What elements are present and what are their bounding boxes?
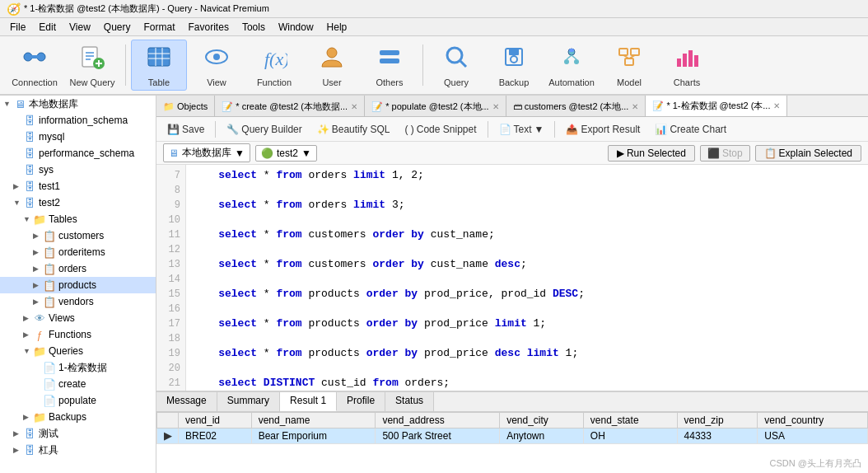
q3-label: populate: [58, 395, 96, 406]
toolbar-backup[interactable]: Backup: [486, 40, 542, 91]
sidebar-root[interactable]: ▼ 🖥 本地数据库: [0, 96, 156, 112]
sys-db-icon: 🗄: [23, 163, 36, 176]
toolbar-sep-1: [125, 44, 126, 86]
svg-point-25: [511, 56, 517, 63]
q1-icon: 📄: [43, 361, 56, 374]
sidebar-item-sys[interactable]: 🗄 sys: [0, 162, 156, 178]
sidebar-item-query1[interactable]: 📄 1-检索数据: [0, 359, 156, 376]
sql-editor[interactable]: 7891011121314151617181920212223 select *…: [156, 165, 868, 391]
sidebar-item-functions[interactable]: ▶ ƒ Functions: [0, 326, 156, 343]
orders-arrow: ▶: [33, 265, 43, 273]
db2-dropdown[interactable]: 🟢 test2 ▼: [255, 145, 317, 162]
sidebar-item-products[interactable]: ▶ 📋 products: [0, 277, 156, 293]
sidebar-item-orders[interactable]: ▶ 📋 orders: [0, 260, 156, 277]
tab-create[interactable]: 📝 * create @test2 (本地数据... ✕: [215, 96, 365, 117]
test1-arrow: ▶: [13, 182, 23, 190]
result-tab-status[interactable]: Status: [385, 392, 434, 411]
new-query-label: New Query: [69, 77, 114, 87]
menu-format[interactable]: Format: [138, 20, 182, 35]
menu-favorites[interactable]: Favorites: [182, 20, 236, 35]
result-tab-result1[interactable]: Result 1: [280, 392, 337, 411]
sidebar-item-query-create[interactable]: 📄 create: [0, 376, 156, 392]
sidebar-item-information-schema[interactable]: 🗄 information_schema: [0, 112, 156, 129]
sidebar-item-test1[interactable]: ▶ 🗄 test1: [0, 178, 156, 194]
save-button[interactable]: 💾 Save: [161, 122, 210, 137]
result-tab-message[interactable]: Message: [156, 392, 217, 411]
sidebar-item-ceshi[interactable]: ▶ 🗄 测试: [0, 425, 156, 442]
customers-tab-close[interactable]: ✕: [632, 102, 638, 111]
sidebar-item-test2[interactable]: ▼ 🗄 test2: [0, 194, 156, 211]
root-arrow: ▼: [3, 100, 13, 108]
sidebar-item-queries[interactable]: ▼ 📁 Queries: [0, 343, 156, 359]
function-icon: f(x): [261, 44, 287, 76]
run-selected-button[interactable]: ▶ Run Selected: [608, 145, 695, 162]
tab-create-label: * create @test2 (本地数据...: [236, 101, 348, 113]
toolbar-charts[interactable]: Charts: [659, 40, 715, 91]
menu-view[interactable]: View: [63, 20, 97, 35]
svg-rect-34: [625, 59, 633, 65]
create-tab-close[interactable]: ✕: [351, 102, 357, 111]
explain-button[interactable]: 📋 Explain Selected: [755, 145, 861, 162]
toolbar-others[interactable]: Others: [362, 40, 418, 91]
toolbar-connection[interactable]: Connection: [7, 40, 63, 91]
sidebar-item-performance-schema[interactable]: 🗄 performance_schema: [0, 145, 156, 162]
sidebar-item-query-populate[interactable]: 📄 populate: [0, 392, 156, 409]
db1-dropdown[interactable]: 🖥 本地数据库 ▼: [163, 143, 250, 162]
table-icon: [146, 44, 172, 76]
sidebar-item-views[interactable]: ▶ 👁 Views: [0, 310, 156, 326]
populate-tab-close[interactable]: ✕: [492, 102, 499, 111]
toolbar-model[interactable]: Model: [601, 40, 657, 91]
menu-tools[interactable]: Tools: [236, 20, 272, 35]
export-result-button[interactable]: 📤 Export Result: [560, 122, 646, 137]
toolbar-user[interactable]: User: [304, 40, 360, 91]
menu-query[interactable]: Query: [97, 20, 138, 35]
tab-customers[interactable]: 🗃 customers @test2 (本地... ✕: [506, 96, 646, 117]
stop-button[interactable]: ⬛ Stop: [700, 145, 750, 162]
query-builder-button[interactable]: 🔧 Query Builder: [221, 122, 307, 137]
mysql-label: mysql: [39, 131, 64, 143]
beautify-sql-button[interactable]: ✨ Beautify SQL: [311, 122, 396, 137]
toolbar-function[interactable]: f(x) Function: [246, 40, 302, 91]
sidebar-item-orderitems[interactable]: ▶ 📋 orderitems: [0, 244, 156, 260]
qtb-sep-1: [215, 121, 216, 138]
vendors-table-icon: 📋: [43, 295, 56, 308]
menu-window[interactable]: Window: [272, 20, 320, 35]
sidebar-item-chaju[interactable]: ▶ 🗄 杠具: [0, 442, 156, 458]
menu-file[interactable]: File: [3, 20, 32, 35]
run-label: Run Selected: [627, 148, 686, 159]
sidebar-item-customers[interactable]: ▶ 📋 customers: [0, 227, 156, 244]
sql-line-16: [193, 302, 861, 316]
sidebar-item-backups[interactable]: ▶ 📁 Backups: [0, 409, 156, 425]
main-query-tab-icon: 📝: [652, 101, 664, 111]
text-button[interactable]: 📄 Text ▼: [493, 122, 550, 137]
sidebar-item-vendors[interactable]: ▶ 📋 vendors: [0, 293, 156, 310]
sql-content[interactable]: select * from orders limit 1, 2; select …: [186, 165, 868, 391]
tab-populate[interactable]: 📝 * populate @test2 (本地... ✕: [365, 96, 506, 117]
watermark: CSDN @头上有月亮凸: [770, 457, 861, 470]
sidebar-item-mysql[interactable]: 🗄 mysql: [0, 129, 156, 145]
result-tab-profile[interactable]: Profile: [337, 392, 385, 411]
toolbar-query[interactable]: Query: [428, 40, 484, 91]
test2-db-icon: 🗄: [23, 196, 36, 209]
tab-main-query[interactable]: 📝 * 1-检索数据 @test2 (本... ✕: [646, 96, 787, 117]
info-db-icon: 🗄: [23, 114, 36, 127]
sql-line-12: [193, 242, 861, 257]
sidebar-item-tables[interactable]: ▼ 📁 Tables: [0, 211, 156, 227]
toolbar-view[interactable]: View: [189, 40, 245, 91]
sql-line-10: [193, 213, 861, 227]
code-snippet-button[interactable]: ( ) Code Snippet: [399, 122, 482, 137]
tab-objects[interactable]: 📁 Objects: [156, 96, 215, 117]
menu-help[interactable]: Help: [320, 20, 354, 35]
result-tab-summary[interactable]: Summary: [217, 392, 280, 411]
create-chart-button[interactable]: 📊 Create Chart: [649, 122, 732, 137]
main-query-tab-close[interactable]: ✕: [773, 101, 780, 110]
svg-rect-39: [688, 50, 693, 67]
cell-vend_name: Bear Emporium: [251, 429, 376, 444]
root-db-icon: 🖥: [13, 97, 26, 110]
menu-edit[interactable]: Edit: [32, 20, 63, 35]
toolbar-new-query[interactable]: New Query: [64, 40, 120, 91]
toolbar-automation[interactable]: Automation: [544, 40, 600, 91]
toolbar-table[interactable]: Table: [131, 40, 187, 91]
db1-label: 本地数据库: [182, 146, 231, 160]
table-row[interactable]: ▶BRE02Bear Emporium500 Park StreetAnytow…: [157, 429, 868, 444]
